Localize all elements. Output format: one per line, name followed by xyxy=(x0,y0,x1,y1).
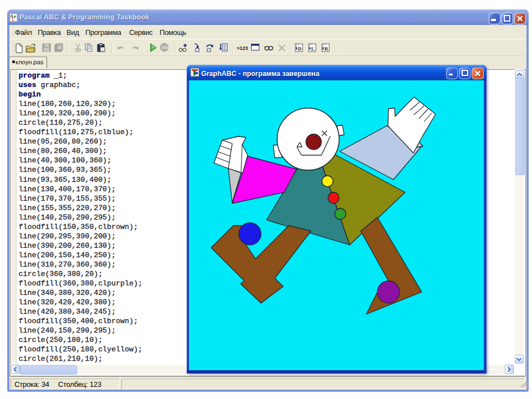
svg-text:>123: >123 xyxy=(237,45,248,51)
svg-text:STOP: STOP xyxy=(161,46,170,49)
svg-text:R: R xyxy=(325,46,329,52)
svg-text:L: L xyxy=(311,46,315,52)
svg-text:D: D xyxy=(298,46,302,52)
svg-text:C: C xyxy=(12,17,15,22)
